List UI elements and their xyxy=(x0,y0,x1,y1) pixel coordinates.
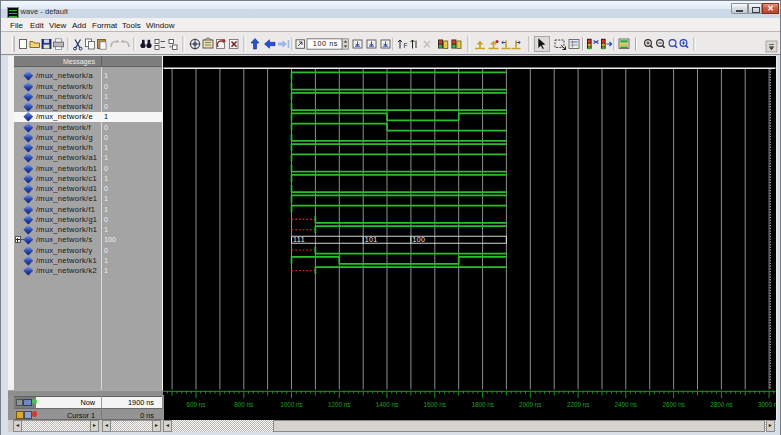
svg-text:1600 ns: 1600 ns xyxy=(424,401,446,408)
svg-text:2600 ns: 2600 ns xyxy=(662,401,684,408)
svg-text:F: F xyxy=(404,42,408,49)
svg-text:100 ns: 100 ns xyxy=(313,39,338,48)
svg-text:3000 ns: 3000 ns xyxy=(758,401,776,408)
svg-text:1000 ns: 1000 ns xyxy=(280,401,302,408)
svg-text:600 ns: 600 ns xyxy=(187,401,206,408)
svg-text:1400 ns: 1400 ns xyxy=(376,401,398,408)
svg-text:800 ns: 800 ns xyxy=(234,401,253,408)
svg-text:1200 ns: 1200 ns xyxy=(328,401,350,408)
svg-text:100: 100 xyxy=(412,236,425,243)
svg-text:2200 ns: 2200 ns xyxy=(567,401,589,408)
svg-text:2400 ns: 2400 ns xyxy=(615,401,637,408)
svg-text:1800 ns: 1800 ns xyxy=(471,401,493,408)
svg-text:111: 111 xyxy=(293,236,305,243)
svg-text:2000 ns: 2000 ns xyxy=(519,401,541,408)
svg-text:101: 101 xyxy=(365,236,378,243)
svg-text:2800 ns: 2800 ns xyxy=(710,401,732,408)
